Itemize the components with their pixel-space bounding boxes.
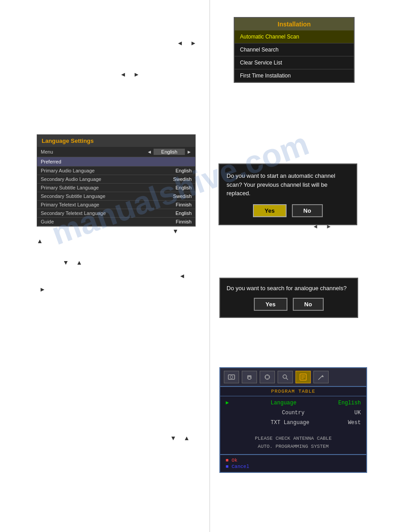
lang-row-2: Primary Subtitle Language English <box>37 184 195 192</box>
analogue-no-button[interactable]: No <box>293 298 324 311</box>
lang-row-0-label: Primary Audio Language <box>41 168 160 173</box>
auto-scan-dialog: Do you want to start an automatic channe… <box>218 163 357 225</box>
lang-row-6: Guide Finnish <box>37 218 195 226</box>
lang-row-4-value: Finnish <box>160 202 192 207</box>
installation-item-0[interactable]: Automatic Channel Scan <box>235 30 354 43</box>
lang-row-1-label: Secondary Audio Language <box>41 176 160 182</box>
lang-row-5: Secondary Teletext Language English <box>37 209 195 218</box>
pt-row-1-spacer <box>226 410 232 416</box>
language-settings-title: Language Settings <box>37 135 195 147</box>
lang-row-4-label: Primary Teletext Language <box>41 202 160 207</box>
program-table-message-line2: AUTO. PROGRAMMING SYSTEM <box>226 443 361 451</box>
installation-item-3[interactable]: First Time Installation <box>235 69 354 82</box>
arrow-right-3[interactable]: ► <box>39 286 46 293</box>
program-table-bottom: Ok Cancel <box>220 454 366 472</box>
pt-row-0-label: Language <box>271 400 297 406</box>
pt-row-0-arrow: ► <box>226 400 229 406</box>
pt-icon-5[interactable] <box>313 371 329 383</box>
lang-row-1: Secondary Audio Language Swedish <box>37 175 195 184</box>
lang-row-0-value: English <box>160 168 192 173</box>
pt-icon-0[interactable] <box>224 371 239 383</box>
pt-row-2-value: West <box>348 420 361 426</box>
lang-row-3-value: Swedish <box>160 193 192 199</box>
lang-row-1-value: Swedish <box>160 176 192 182</box>
lang-row-6-label: Guide <box>41 219 160 224</box>
lang-row-2-label: Primary Subtitle Language <box>41 185 160 190</box>
pt-data-row-2[interactable]: TXT Language West <box>220 418 366 428</box>
svg-line-17 <box>318 375 323 380</box>
menu-arrow-right[interactable]: ► <box>187 149 192 154</box>
arrow-left-3[interactable]: ◄ <box>179 272 185 279</box>
svg-point-11 <box>283 375 287 378</box>
menu-value: English <box>154 149 185 155</box>
menu-label: Menu <box>41 149 147 154</box>
arrow-up-2[interactable]: ▲ <box>76 259 82 266</box>
pt-data-row-1[interactable]: Country UK <box>220 408 366 418</box>
preferred-row: Preferred <box>37 157 195 167</box>
preferred-label: Preferred <box>41 159 61 164</box>
lang-row-5-value: English <box>160 210 192 216</box>
program-table-panel: PROGRAM TABLE ► Language English Country… <box>219 367 367 473</box>
arrow-down-3[interactable]: ▼ <box>170 434 176 442</box>
analogue-yes-button[interactable]: Yes <box>254 298 287 311</box>
lang-row-6-value: Finnish <box>160 219 192 224</box>
auto-scan-dialog-buttons: Yes No <box>227 204 349 217</box>
lang-row-0: Primary Audio Language English <box>37 167 195 175</box>
arrow-down-2[interactable]: ▼ <box>63 259 69 266</box>
pt-row-1-value: UK <box>355 410 361 416</box>
lang-row-3-label: Secondary Subtitle Language <box>41 193 160 199</box>
menu-arrow-left[interactable]: ◄ <box>147 149 152 154</box>
svg-point-1 <box>230 376 233 378</box>
pt-row-1-label: Country <box>282 410 304 416</box>
installation-menu: Installation Automatic Channel Scan Chan… <box>234 17 355 83</box>
installation-menu-title: Installation <box>235 18 354 30</box>
arrow-left-2[interactable]: ◄ <box>120 71 126 78</box>
language-settings-panel: Language Settings Menu ◄ English ► Prefe… <box>37 134 196 227</box>
arrow-right-1[interactable]: ► <box>190 39 197 47</box>
program-table-cancel[interactable]: Cancel <box>226 464 361 469</box>
analogue-dialog-text: Do you want to search for analogue chann… <box>227 285 351 292</box>
pt-data-row-0[interactable]: ► Language English <box>220 398 366 408</box>
installation-item-2[interactable]: Clear Service List <box>235 56 354 69</box>
program-table-message-line1: PLEASE CHECK ANTENNA CABLE <box>226 435 361 443</box>
arrow-right-2[interactable]: ► <box>133 71 140 78</box>
arrow-up-1[interactable]: ▲ <box>37 237 43 245</box>
pt-icon-4[interactable] <box>295 371 311 383</box>
analogue-dialog-buttons: Yes No <box>227 298 351 311</box>
lang-row-5-label: Secondary Teletext Language <box>41 210 160 216</box>
menu-row[interactable]: Menu ◄ English ► <box>37 147 195 157</box>
svg-line-12 <box>286 378 288 380</box>
page-divider <box>210 0 210 532</box>
arrow-up-3[interactable]: ▲ <box>184 434 190 442</box>
pt-row-0-value: English <box>338 400 361 406</box>
nav-arrow-left-1[interactable]: ◄ <box>313 223 318 230</box>
arrow-down-1[interactable]: ▼ <box>172 227 179 235</box>
auto-scan-no-button[interactable]: No <box>292 204 323 217</box>
pt-row-2-label: TXT Language <box>271 420 309 426</box>
nav-arrow-right-1[interactable]: ► <box>326 223 332 230</box>
pt-icon-1[interactable] <box>242 371 257 383</box>
lang-row-3: Secondary Subtitle Language Swedish <box>37 192 195 201</box>
program-table-icons-row <box>220 368 366 387</box>
program-table-title: PROGRAM TABLE <box>220 387 366 396</box>
pt-row-2-spacer <box>226 420 232 426</box>
program-table-ok[interactable]: Ok <box>226 458 361 463</box>
pt-icon-2[interactable] <box>260 371 275 383</box>
arrow-left-1[interactable]: ◄ <box>177 39 183 47</box>
lang-row-2-value: English <box>160 185 192 190</box>
lang-row-4: Primary Teletext Language Finnish <box>37 201 195 209</box>
program-table-message: PLEASE CHECK ANTENNA CABLE AUTO. PROGRAM… <box>220 428 366 454</box>
menu-value-box: ◄ English ► <box>147 149 192 155</box>
analogue-dialog: Do you want to search for analogue chann… <box>219 278 358 318</box>
pt-icon-3[interactable] <box>278 371 293 383</box>
auto-scan-dialog-text: Do you want to start an automatic channe… <box>227 172 349 198</box>
installation-item-1[interactable]: Channel Search <box>235 43 354 56</box>
auto-scan-yes-button[interactable]: Yes <box>253 204 286 217</box>
